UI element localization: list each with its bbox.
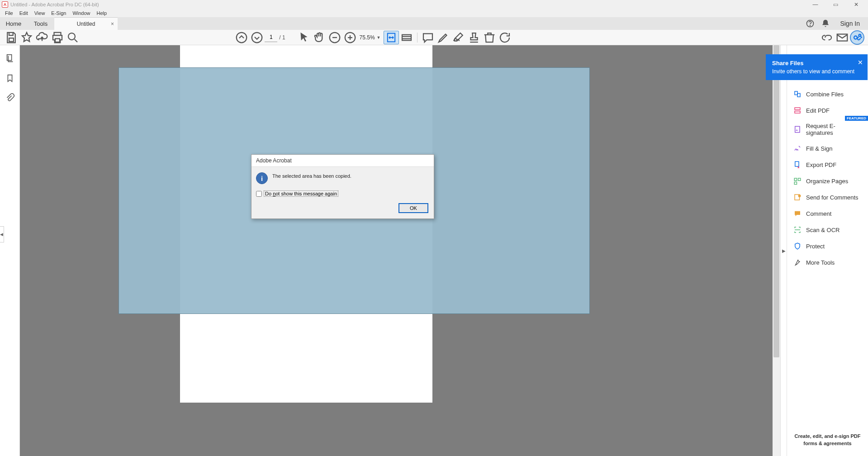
dont-show-label[interactable]: Do not show this message again [264,190,338,197]
dialog-title: Adobe Acrobat [251,155,434,167]
ok-button[interactable]: OK [398,203,428,213]
dialog-message: The selected area has been copied. [272,172,351,179]
info-icon: i [256,172,268,184]
info-dialog: Adobe Acrobat i The selected area has be… [251,154,434,219]
dialog-backdrop: Adobe Acrobat i The selected area has be… [0,0,868,456]
dont-show-checkbox[interactable] [256,191,262,197]
